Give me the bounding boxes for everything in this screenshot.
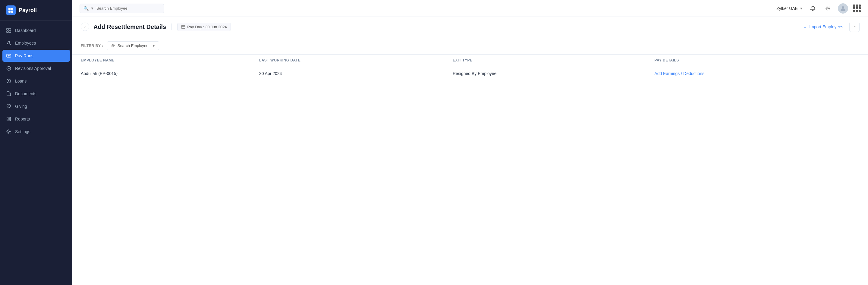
app-logo[interactable]: Payroll [0, 0, 72, 21]
svg-rect-16 [181, 26, 185, 29]
cell-exit-type: Resigned By Employee [444, 66, 646, 81]
sidebar-item-dashboard[interactable]: Dashboard [0, 24, 72, 36]
filter-search-label: Search Employee [118, 43, 149, 48]
logo-icon [6, 5, 16, 15]
svg-rect-3 [11, 10, 13, 13]
col-pay-details: PAY DETAILS [646, 55, 868, 66]
loans-icon [6, 78, 11, 84]
revisions-icon [6, 66, 11, 71]
sidebar-item-label: Settings [15, 129, 30, 134]
sidebar-item-label: Employees [15, 41, 36, 45]
import-employees-button[interactable]: Import Employees [800, 23, 846, 31]
sidebar-item-giving[interactable]: Giving [0, 100, 72, 113]
org-name: Zylker UAE [776, 6, 798, 11]
org-selector[interactable]: Zylker UAE ▼ [776, 6, 803, 11]
cell-employee-name: Abdullah (EP-0015) [72, 66, 251, 81]
search-bar[interactable]: 🔍 ▼ [80, 4, 164, 13]
page-header-right: Import Employees ⋯ [800, 22, 860, 32]
page-header-left: ‹ Add Resettlement Details Pay Day : 30 … [81, 23, 231, 31]
table-row: Abdullah (EP-0015)30 Apr 2024Resigned By… [72, 66, 868, 81]
sidebar-item-label: Reports [15, 117, 30, 121]
svg-rect-0 [8, 8, 10, 10]
sidebar-item-label: Giving [15, 104, 27, 109]
svg-rect-4 [7, 28, 8, 30]
filter-bar: FILTER BY : Search Employee ▼ [72, 37, 868, 55]
employees-icon [6, 40, 11, 46]
svg-point-18 [114, 45, 115, 46]
settings-button[interactable] [823, 3, 833, 13]
sidebar-item-label: Documents [15, 91, 36, 96]
employees-table: EMPLOYEE NAME LAST WORKING DATE EXIT TYP… [72, 55, 868, 81]
search-dropdown-icon[interactable]: ▼ [90, 6, 94, 10]
svg-point-10 [7, 67, 11, 70]
app-title: Payroll [19, 7, 37, 13]
notifications-button[interactable] [808, 3, 818, 13]
svg-point-13 [8, 131, 10, 132]
col-employee-name: EMPLOYEE NAME [72, 55, 251, 66]
sidebar-item-label: Loans [15, 78, 27, 84]
svg-point-15 [842, 6, 844, 9]
cell-pay-details[interactable]: Add Earnings / Deductions [646, 66, 868, 81]
sidebar-item-label: Dashboard [15, 28, 36, 33]
svg-point-8 [8, 41, 10, 43]
back-button[interactable]: ‹ [81, 23, 89, 31]
topnav-right: Zylker UAE ▼ [776, 3, 861, 13]
sidebar-nav: Dashboard Employees Pay Runs Revisions A… [0, 21, 72, 141]
import-label: Import Employees [809, 24, 843, 29]
filter-search-dropdown[interactable]: Search Employee ▼ [107, 41, 159, 50]
filter-by-label: FILTER BY : [81, 44, 103, 48]
search-icon: 🔍 [84, 6, 89, 11]
more-options-button[interactable]: ⋯ [849, 22, 860, 32]
org-chevron-icon: ▼ [800, 7, 803, 10]
sidebar-item-label: Pay Runs [15, 53, 33, 58]
sidebar-item-documents[interactable]: Documents [0, 88, 72, 100]
col-last-working-date: LAST WORKING DATE [251, 55, 444, 66]
filter-chevron-icon: ▼ [152, 44, 155, 48]
pay-runs-icon [6, 53, 11, 58]
svg-rect-2 [8, 10, 10, 13]
settings-icon [6, 129, 11, 134]
sidebar-item-revisions[interactable]: Revisions Approval [0, 62, 72, 74]
reports-icon [6, 116, 11, 122]
sidebar-item-loans[interactable]: Loans [0, 75, 72, 87]
svg-point-14 [827, 7, 829, 9]
dashboard-icon [6, 28, 11, 33]
svg-rect-5 [9, 28, 11, 30]
add-earnings-deductions-link[interactable]: Add Earnings / Deductions [654, 71, 704, 76]
content-area: FILTER BY : Search Employee ▼ EMPLOYEE N… [72, 37, 868, 285]
sidebar-item-pay-runs[interactable]: Pay Runs [2, 50, 70, 62]
apps-grid-icon[interactable] [853, 4, 861, 12]
pay-day-badge: Pay Day : 30 Jun 2024 [177, 23, 231, 31]
svg-rect-6 [7, 31, 8, 33]
giving-icon [6, 104, 11, 109]
svg-rect-7 [9, 31, 11, 33]
search-input[interactable] [96, 6, 160, 10]
sidebar-item-settings[interactable]: Settings [0, 126, 72, 138]
svg-rect-1 [11, 8, 13, 10]
sidebar: Payroll Dashboard Employees Pay Runs [0, 0, 72, 285]
sidebar-item-reports[interactable]: Reports [0, 113, 72, 125]
topnav: 🔍 ▼ Zylker UAE ▼ [72, 0, 868, 17]
sidebar-item-employees[interactable]: Employees [0, 37, 72, 49]
sidebar-item-label: Revisions Approval [15, 66, 51, 71]
pay-day-text: Pay Day : 30 Jun 2024 [187, 25, 227, 29]
page-header: ‹ Add Resettlement Details Pay Day : 30 … [72, 17, 868, 37]
page-title: Add Resettlement Details [93, 24, 166, 30]
col-exit-type: EXIT TYPE [444, 55, 646, 66]
divider [172, 24, 172, 30]
avatar[interactable] [838, 3, 848, 13]
cell-last-working-date: 30 Apr 2024 [251, 66, 444, 81]
documents-icon [6, 91, 11, 96]
main-area: 🔍 ▼ Zylker UAE ▼ [72, 0, 868, 285]
